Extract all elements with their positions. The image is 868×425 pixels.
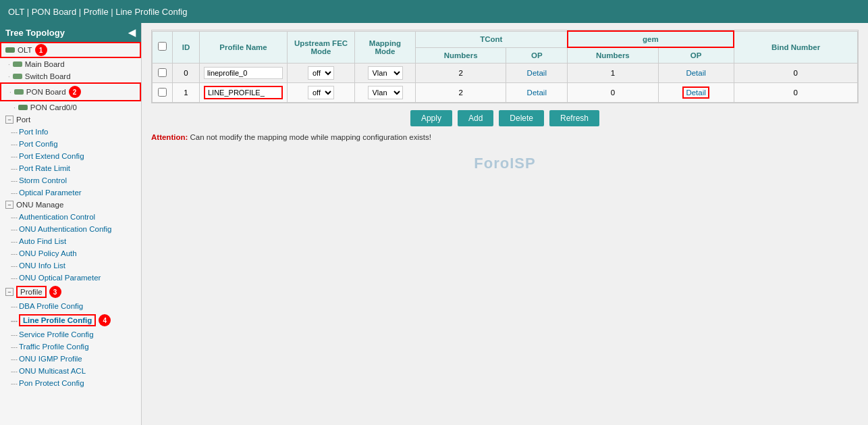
optical-parameter-label: Optical Parameter bbox=[19, 189, 82, 197]
profile-expand-icon: − bbox=[5, 288, 13, 296]
port-extend-config-item[interactable]: Port Extend Config bbox=[0, 150, 141, 162]
data-table-container: ID Profile Name Upstream FEC Mode Mappin… bbox=[151, 30, 859, 103]
tcont-op-link-1[interactable]: Detail bbox=[527, 89, 547, 97]
row-checkbox-1[interactable] bbox=[158, 88, 167, 97]
upstream-fec-select-0[interactable]: offon bbox=[308, 66, 334, 80]
olt-label: OLT bbox=[18, 46, 32, 54]
th-mapping-mode: Mapping Mode bbox=[355, 31, 416, 64]
auth-control-item[interactable]: Authentication Control bbox=[0, 211, 141, 223]
olt-item[interactable]: OLT 1 bbox=[0, 42, 141, 58]
breadcrumb: OLT | PON Board | Profile | Line Profile… bbox=[8, 7, 187, 17]
service-profile-config-item[interactable]: Service Profile Config bbox=[0, 328, 141, 341]
port-info-item[interactable]: Port Info bbox=[0, 126, 141, 138]
auth-control-label: Authentication Control bbox=[19, 213, 95, 221]
main-board-item[interactable]: · Main Board bbox=[0, 58, 141, 70]
line-profile-table: ID Profile Name Upstream FEC Mode Mappin… bbox=[152, 30, 858, 103]
row-checkbox-0[interactable] bbox=[158, 68, 167, 77]
sidebar: Tree Topology ◀ OLT 1 · Main Board · Swi… bbox=[0, 23, 142, 425]
onu-multicast-acl-item[interactable]: ONU Multicast ACL bbox=[0, 365, 141, 377]
th-checkbox bbox=[153, 31, 173, 64]
main-board-icon bbox=[13, 61, 22, 67]
storm-control-item[interactable]: Storm Control bbox=[0, 174, 141, 186]
auto-find-list-item[interactable]: Auto Find List bbox=[0, 235, 141, 247]
switch-board-icon bbox=[13, 74, 22, 79]
apply-button[interactable]: Apply bbox=[410, 110, 452, 126]
onu-info-list-label: ONU Info List bbox=[19, 261, 65, 270]
onu-multicast-acl-label: ONU Multicast ACL bbox=[19, 367, 86, 375]
mapping-mode-select-0[interactable]: VlanGEMTLS bbox=[368, 66, 403, 80]
select-all-checkbox[interactable] bbox=[158, 42, 167, 51]
port-expand-icon: − bbox=[5, 116, 13, 124]
port-info-label: Port Info bbox=[19, 128, 48, 136]
port-rate-limit-item[interactable]: Port Rate Limit bbox=[0, 162, 141, 174]
gem-numbers-0: 1 bbox=[568, 64, 658, 83]
pon-card-item[interactable]: · PON Card0/0 bbox=[0, 101, 141, 114]
onu-igmp-profile-item[interactable]: ONU IGMP Profile bbox=[0, 353, 141, 365]
profile-section-header[interactable]: − Profile 3 bbox=[0, 284, 141, 300]
gem-op-link-1[interactable]: Detail bbox=[682, 86, 709, 99]
tcont-numbers-0: 2 bbox=[416, 64, 506, 83]
pon-board-item[interactable]: · PON Board 2 bbox=[0, 82, 141, 101]
th-tcont-op: OP bbox=[506, 47, 568, 64]
pon-board-icon bbox=[14, 89, 24, 95]
pon-board-label: PON Board bbox=[26, 88, 66, 96]
port-config-label: Port Config bbox=[19, 140, 58, 148]
port-section-label: Port bbox=[16, 116, 30, 124]
pon-protect-config-item[interactable]: Pon Protect Config bbox=[0, 377, 141, 389]
bind-number-1: 0 bbox=[734, 83, 857, 103]
traffic-profile-config-item[interactable]: Traffic Profile Config bbox=[0, 341, 141, 353]
header: OLT | PON Board | Profile | Line Profile… bbox=[0, 0, 868, 23]
row-id-1: 1 bbox=[173, 83, 200, 103]
gem-op-link-0[interactable]: Detail bbox=[686, 69, 705, 77]
upstream-fec-select-1[interactable]: offon bbox=[308, 86, 334, 99]
attention-message: Attention: Can not modify the mapping mo… bbox=[151, 133, 859, 141]
th-profile-name: Profile Name bbox=[200, 31, 288, 64]
onu-optical-param-item[interactable]: ONU Optical Parameter bbox=[0, 272, 141, 284]
th-id: ID bbox=[173, 31, 200, 64]
pon-card-icon bbox=[18, 105, 28, 110]
profile-name-input-0[interactable] bbox=[204, 67, 283, 79]
profile-name-input-1[interactable] bbox=[204, 86, 283, 99]
badge-4: 4 bbox=[99, 314, 111, 326]
switch-board-item[interactable]: · Switch Board bbox=[0, 70, 141, 82]
auto-find-list-label: Auto Find List bbox=[19, 237, 66, 245]
main-board-label: Main Board bbox=[25, 60, 65, 68]
main-content: ID Profile Name Upstream FEC Mode Mappin… bbox=[142, 23, 868, 425]
refresh-button[interactable]: Refresh bbox=[549, 110, 599, 126]
th-gem: gem bbox=[568, 31, 734, 47]
tcont-op-link-0[interactable]: Detail bbox=[527, 69, 547, 77]
onu-info-list-item[interactable]: ONU Info List bbox=[0, 259, 141, 272]
collapse-button[interactable]: ◀ bbox=[128, 27, 136, 38]
tcont-numbers-1: 2 bbox=[416, 83, 506, 103]
badge-3: 3 bbox=[49, 286, 61, 298]
onu-policy-auth-label: ONU Policy Auth bbox=[19, 249, 77, 257]
optical-parameter-item[interactable]: Optical Parameter bbox=[0, 186, 141, 199]
port-section-header[interactable]: − Port bbox=[0, 114, 141, 126]
onu-auth-config-item[interactable]: ONU Authentication Config bbox=[0, 223, 141, 235]
delete-button[interactable]: Delete bbox=[499, 110, 544, 126]
watermark: ForoISP bbox=[151, 155, 859, 172]
port-config-item[interactable]: Port Config bbox=[0, 138, 141, 150]
dba-profile-config-item[interactable]: DBA Profile Config bbox=[0, 300, 141, 312]
th-tcont: TCont bbox=[416, 31, 568, 47]
line-profile-config-item[interactable]: Line Profile Config 4 bbox=[0, 312, 141, 328]
onu-policy-auth-item[interactable]: ONU Policy Auth bbox=[0, 247, 141, 259]
switch-board-label: Switch Board bbox=[25, 72, 71, 80]
attention-text: Can not modify the mapping mode while ma… bbox=[190, 133, 431, 141]
bind-number-0: 0 bbox=[734, 64, 857, 83]
sidebar-title-label: Tree Topology bbox=[5, 28, 65, 38]
mapping-mode-select-1[interactable]: VlanGEMTLS bbox=[368, 86, 403, 99]
pon-protect-config-label: Pon Protect Config bbox=[19, 379, 84, 387]
onu-manage-expand-icon: − bbox=[5, 201, 13, 209]
row-id-0: 0 bbox=[173, 64, 200, 83]
add-button[interactable]: Add bbox=[458, 110, 493, 126]
profile-label: Profile bbox=[16, 286, 47, 298]
th-tcont-numbers: Numbers bbox=[416, 47, 506, 64]
onu-manage-section-header[interactable]: − ONU Manage bbox=[0, 199, 141, 211]
onu-igmp-profile-label: ONU IGMP Profile bbox=[19, 355, 82, 363]
onu-auth-config-label: ONU Authentication Config bbox=[19, 225, 111, 233]
attention-prefix: Attention: bbox=[151, 133, 188, 141]
port-extend-config-label: Port Extend Config bbox=[19, 152, 84, 160]
gem-numbers-1: 0 bbox=[568, 83, 658, 103]
storm-control-label: Storm Control bbox=[19, 176, 67, 184]
